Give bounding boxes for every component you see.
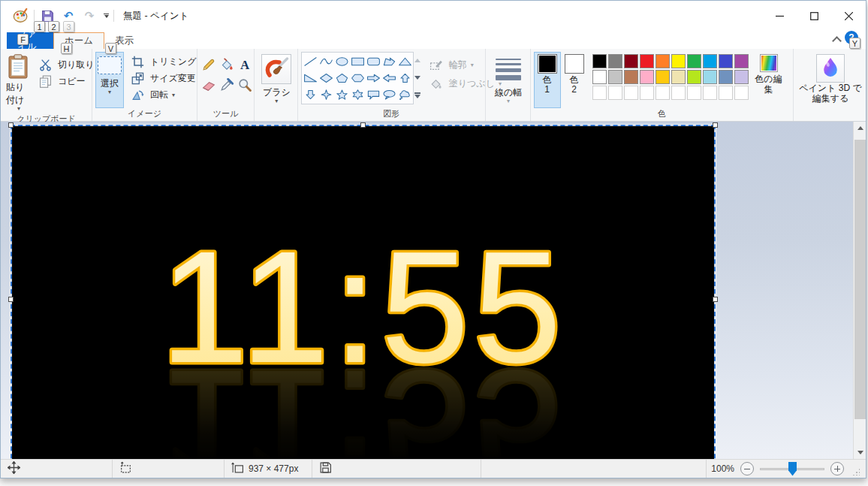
palette-swatch-empty[interactable] <box>640 86 654 100</box>
shape-arrow-up[interactable] <box>397 70 413 86</box>
brushes-button[interactable]: ブラシ ▾ <box>259 52 294 106</box>
text-tool-button[interactable]: A <box>236 58 254 74</box>
palette-swatch-fff200[interactable] <box>671 54 686 68</box>
shape-callout-oval[interactable] <box>381 86 397 103</box>
copy-button[interactable]: コピー <box>34 73 97 89</box>
scrollbar-thumb[interactable] <box>854 140 866 419</box>
selection-handle-top-middle[interactable] <box>360 122 366 128</box>
status-bar: 937 × 477px 100% <box>1 459 866 478</box>
crop-button[interactable]: トリミング <box>126 53 198 70</box>
shape-star-5[interactable] <box>334 86 350 103</box>
pencil-tool-button[interactable] <box>200 58 218 74</box>
palette-swatch-c8bfe7[interactable] <box>734 70 749 84</box>
paste-button[interactable]: 貼り付け ▾ <box>4 52 34 113</box>
selection-handle-top-left[interactable] <box>8 122 14 128</box>
palette-swatch-b97a57[interactable] <box>624 70 638 84</box>
shape-right-triangle[interactable] <box>303 70 318 86</box>
color-picker-tool-button[interactable] <box>218 78 236 95</box>
canvas[interactable]: 11:55 11:55 <box>12 126 714 459</box>
shape-star-6[interactable] <box>350 86 366 103</box>
eraser-tool-button[interactable] <box>200 78 218 95</box>
palette-swatch-empty[interactable] <box>719 86 733 100</box>
scroll-down-button[interactable] <box>854 446 866 459</box>
palette-swatch-empty[interactable] <box>703 86 717 100</box>
shape-arrow-right[interactable] <box>366 70 381 86</box>
palette-swatch-ffc90e[interactable] <box>656 70 670 84</box>
selection-handle-top-right[interactable] <box>713 122 718 128</box>
maximize-button[interactable] <box>797 1 831 31</box>
palette-swatch-000000[interactable] <box>592 54 607 68</box>
resize-button[interactable]: サイズ変更 <box>126 70 198 86</box>
shape-line[interactable] <box>303 53 318 70</box>
palette-swatch-99d9ea[interactable] <box>703 70 717 84</box>
magnifier-tool-button[interactable] <box>236 78 254 95</box>
shape-polygon[interactable] <box>381 53 397 70</box>
shape-star-4[interactable] <box>318 86 334 103</box>
palette-swatch-empty[interactable] <box>592 86 607 100</box>
palette-swatch-empty[interactable] <box>687 86 701 100</box>
zoom-slider[interactable] <box>760 462 824 476</box>
gallery-scroll-down-button[interactable] <box>414 69 420 86</box>
palette-swatch-empty[interactable] <box>656 86 670 100</box>
shape-rectangle[interactable] <box>350 53 366 70</box>
palette-swatch-empty[interactable] <box>734 86 749 100</box>
palette-swatch-ed1c24[interactable] <box>640 54 654 68</box>
palette-swatch-efe4b0[interactable] <box>671 70 686 84</box>
shape-pentagon[interactable] <box>334 70 350 86</box>
zoom-out-button[interactable] <box>740 462 754 475</box>
shape-rounded-rectangle[interactable] <box>366 53 381 70</box>
selection-handle-left-middle[interactable] <box>8 297 14 302</box>
palette-swatch-b5e61d[interactable] <box>687 70 701 84</box>
shape-curve[interactable] <box>318 53 334 70</box>
palette-swatch-7092be[interactable] <box>719 70 733 84</box>
palette-swatch-empty[interactable] <box>671 86 686 100</box>
color1-button[interactable]: 色 1 <box>534 52 561 108</box>
palette-swatch-c3c3c3[interactable] <box>608 70 622 84</box>
cut-button[interactable]: 切り取り <box>34 56 97 73</box>
shape-arrow-left[interactable] <box>381 70 397 86</box>
minimize-ribbon-button[interactable] <box>833 33 840 44</box>
shape-callout-rounded[interactable] <box>366 86 381 103</box>
customize-qat-button[interactable] <box>104 14 109 18</box>
rotate-button[interactable]: 回転 ▾ <box>126 86 198 103</box>
edit-with-paint3d-button[interactable]: ペイント 3D で編集する <box>797 52 864 106</box>
shape-triangle[interactable] <box>397 53 413 70</box>
shape-hexagon[interactable] <box>350 70 366 86</box>
shape-diamond[interactable] <box>318 70 334 86</box>
palette-swatch-3f48cc[interactable] <box>719 54 733 68</box>
color2-button[interactable]: 色 2 <box>561 52 588 108</box>
shape-callout-cloud[interactable] <box>397 86 413 103</box>
palette-swatch-empty[interactable] <box>608 86 622 100</box>
minimize-button[interactable] <box>762 1 797 31</box>
zoom-in-button[interactable] <box>830 462 844 475</box>
shape-arrow-down[interactable] <box>303 86 318 103</box>
vertical-scrollbar[interactable] <box>853 122 866 459</box>
resize-grip[interactable] <box>853 469 860 475</box>
window-controls <box>762 1 866 31</box>
palette-swatch-7f7f7f[interactable] <box>608 54 622 68</box>
group-tools: A ツール <box>197 49 255 121</box>
keytip-save: 1 <box>34 21 45 32</box>
palette-swatch-22b14c[interactable] <box>687 54 701 68</box>
palette-swatch-empty[interactable] <box>624 86 638 100</box>
palette-swatch-a349a4[interactable] <box>734 54 749 68</box>
palette-swatch-00a2e8[interactable] <box>703 54 717 68</box>
selection-handle-right-middle[interactable] <box>713 297 718 302</box>
palette-swatch-880015[interactable] <box>624 54 638 68</box>
zoom-slider-thumb[interactable] <box>788 462 797 476</box>
shape-ellipse[interactable] <box>334 53 350 70</box>
line-width-button[interactable]: 線の幅 ▾ <box>493 52 524 106</box>
scroll-up-button[interactable] <box>854 122 866 134</box>
edit-colors-button[interactable]: 色の編集 <box>752 52 786 108</box>
fill-tool-button[interactable] <box>218 58 236 74</box>
gallery-more-button[interactable] <box>414 87 420 104</box>
palette-swatch-ffaec9[interactable] <box>640 70 654 84</box>
select-button[interactable]: 選択 ▾ <box>95 52 124 108</box>
palette-swatch-ff7f27[interactable] <box>656 54 670 68</box>
palette-swatch-ffffff[interactable] <box>592 70 607 84</box>
tab-file[interactable]: ファイル <box>7 32 53 49</box>
close-button[interactable] <box>831 1 866 31</box>
color-palette <box>592 54 749 108</box>
redo-button[interactable]: ↷ <box>81 8 98 23</box>
gallery-scroll-up-button[interactable] <box>414 52 420 69</box>
